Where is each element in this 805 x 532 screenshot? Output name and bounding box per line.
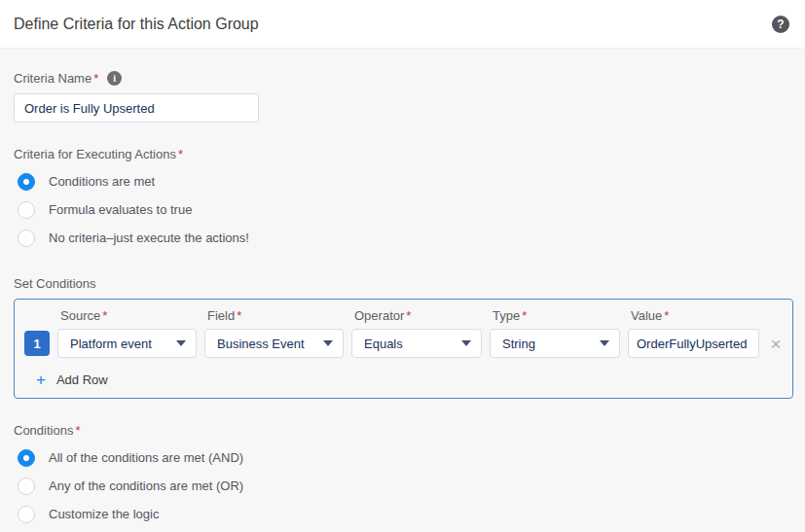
radio-label: Customize the logic [49, 507, 159, 521]
criteria-name-input[interactable] [14, 93, 259, 123]
radio-button[interactable] [18, 478, 35, 495]
panel-header: Define Criteria for this Action Group ? [0, 0, 805, 49]
radio-button[interactable] [18, 230, 35, 247]
source-column-header: Source* [57, 308, 197, 323]
value-header-text: Value [631, 308, 662, 323]
conditions-box: Source* Field* Operator* Type* Value* 1 … [14, 299, 793, 399]
radio-button[interactable] [18, 449, 35, 467]
remove-row-icon[interactable]: × [767, 335, 785, 353]
operator-select[interactable]: Equals [351, 329, 482, 358]
radio-option-customize-logic[interactable]: Customize the logic [14, 500, 793, 528]
source-select-value: Platform event [70, 337, 170, 351]
radio-button[interactable] [18, 201, 35, 219]
radio-label: Conditions are met [49, 174, 155, 189]
condition-row: 1 Platform event Business Event Equals S… [24, 329, 783, 358]
executing-actions-label: Criteria for Executing Actions* [14, 147, 183, 161]
add-row-button[interactable]: + Add Row [36, 372, 108, 388]
radio-option-any-or[interactable]: Any of the conditions are met (OR) [14, 472, 793, 500]
criteria-name-label-text: Criteria Name [14, 71, 91, 86]
conditions-logic-label: Conditions* [14, 423, 81, 438]
type-column-header: Type* [490, 308, 620, 323]
required-asterisk: * [522, 308, 527, 323]
page-title: Define Criteria for this Action Group [14, 16, 259, 33]
chevron-down-icon [600, 340, 609, 346]
chevron-down-icon [323, 340, 333, 346]
row-number-badge: 1 [24, 331, 50, 356]
required-asterisk: * [664, 308, 669, 323]
set-conditions-section: Set Conditions Source* Field* Operator* … [14, 276, 793, 399]
source-select[interactable]: Platform event [57, 329, 197, 358]
type-header-text: Type [493, 308, 520, 323]
add-row-label: Add Row [56, 372, 108, 387]
executing-actions-label-text: Criteria for Executing Actions [14, 147, 176, 161]
set-conditions-label: Set Conditions [14, 276, 96, 291]
required-asterisk: * [102, 308, 107, 323]
radio-option-formula-evaluates[interactable]: Formula evaluates to true [14, 195, 793, 224]
type-select[interactable]: String [490, 329, 620, 358]
type-select-value: String [502, 337, 594, 351]
radio-label: No criteria–just execute the actions! [49, 231, 249, 245]
field-select-value: Business Event [217, 337, 317, 351]
required-asterisk: * [93, 71, 98, 86]
criteria-form: Criteria Name* i Criteria for Executing … [0, 49, 805, 528]
chevron-down-icon [176, 340, 186, 346]
help-icon[interactable]: ? [772, 16, 789, 33]
executing-actions-radio-group: Conditions are met Formula evaluates to … [14, 167, 793, 252]
radio-label: Formula evaluates to true [49, 202, 192, 217]
radio-label: Any of the conditions are met (OR) [49, 479, 243, 493]
radio-button[interactable] [18, 506, 35, 523]
required-asterisk: * [406, 308, 411, 323]
radio-option-all-and[interactable]: All of the conditions are met (AND) [14, 443, 793, 472]
radio-label: All of the conditions are met (AND) [49, 450, 243, 465]
info-icon[interactable]: i [107, 71, 122, 86]
criteria-name-label: Criteria Name* i [14, 71, 122, 86]
radio-button[interactable] [18, 173, 35, 191]
conditions-logic-radio-group: All of the conditions are met (AND) Any … [14, 443, 793, 528]
executing-actions-section: Criteria for Executing Actions* Conditio… [14, 147, 793, 252]
operator-select-value: Equals [364, 337, 456, 351]
field-select[interactable]: Business Event [204, 329, 344, 358]
criteria-name-label-row: Criteria Name* i [14, 71, 793, 86]
chevron-down-icon [461, 340, 471, 346]
required-asterisk: * [237, 308, 241, 323]
radio-option-no-criteria[interactable]: No criteria–just execute the actions! [14, 224, 793, 252]
field-header-text: Field [207, 308, 235, 323]
radio-option-conditions-are-met[interactable]: Conditions are met [14, 167, 793, 195]
operator-header-text: Operator [354, 308, 404, 323]
required-asterisk: * [178, 147, 183, 161]
source-header-text: Source [60, 308, 100, 323]
field-column-header: Field* [204, 308, 344, 323]
conditions-logic-label-text: Conditions [14, 423, 73, 438]
conditions-logic-section: Conditions* All of the conditions are me… [14, 423, 793, 528]
operator-column-header: Operator* [351, 308, 482, 323]
plus-icon: + [36, 372, 46, 388]
value-column-header: Value* [628, 308, 759, 323]
conditions-header-row: Source* Field* Operator* Type* Value* [24, 308, 783, 323]
required-asterisk: * [75, 423, 80, 438]
value-input[interactable] [628, 329, 759, 358]
